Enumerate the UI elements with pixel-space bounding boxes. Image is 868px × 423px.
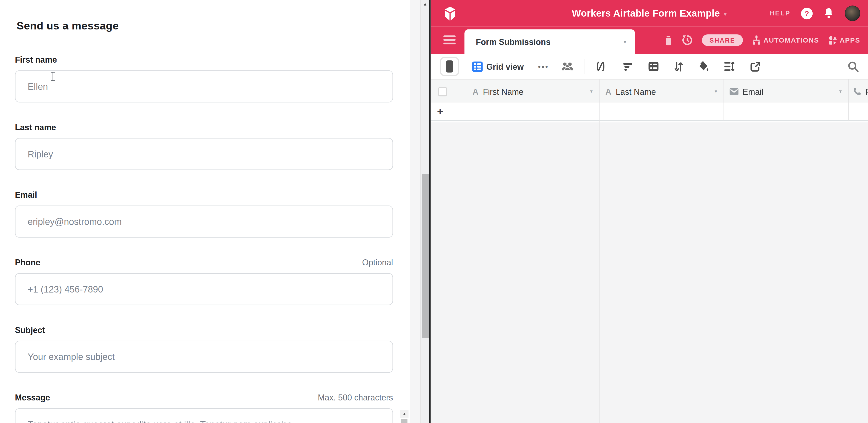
share-view-icon[interactable] xyxy=(750,61,761,72)
topbar-actions: HELP ? xyxy=(770,0,860,27)
column-header-first-name[interactable]: A First Name ▾ xyxy=(472,80,599,103)
subject-label: Subject xyxy=(15,325,45,335)
page-title: Send us a message xyxy=(17,19,119,32)
avatar[interactable] xyxy=(845,5,860,21)
trash-icon[interactable] xyxy=(664,35,673,45)
max-chars-note: Max. 500 characters xyxy=(318,393,393,402)
collaborators-icon[interactable] xyxy=(561,61,574,71)
hide-fields-icon[interactable] xyxy=(595,61,606,72)
column-divider xyxy=(723,79,724,121)
email-field-icon xyxy=(729,88,738,95)
textarea-scroll-thumb[interactable] xyxy=(401,419,407,423)
textarea-scrollbar[interactable]: ▲ xyxy=(400,410,408,422)
subject-field-group: Subject xyxy=(15,325,393,373)
share-button[interactable]: SHARE xyxy=(702,34,743,46)
apps-button[interactable]: APPS xyxy=(829,36,860,44)
sort-icon[interactable] xyxy=(674,61,683,72)
last-name-input[interactable] xyxy=(15,138,393,170)
search-icon[interactable] xyxy=(847,61,859,72)
message-textarea[interactable] xyxy=(15,408,393,423)
grid-view-button[interactable]: Grid view xyxy=(472,61,524,72)
optional-note: Optional xyxy=(362,258,393,267)
grid-view-icon xyxy=(472,61,483,72)
grid-empty-area xyxy=(430,122,868,423)
column-header-last-name[interactable]: A Last Name ▾ xyxy=(599,80,723,103)
text-field-icon: A xyxy=(472,87,478,96)
table-tabbar: Form Submissions ▾ SHARE xyxy=(430,27,868,54)
first-name-input[interactable] xyxy=(15,70,393,103)
email-field-group: Email xyxy=(15,190,393,238)
view-toolbar: Grid view ••• xyxy=(430,54,868,79)
plus-icon[interactable]: + xyxy=(437,106,443,118)
window-gutter: ▲ xyxy=(410,0,429,423)
filter-icon[interactable] xyxy=(623,62,632,71)
grid-header-row: A First Name ▾ A Last Name ▾ Email ▾ xyxy=(430,79,868,102)
history-icon[interactable] xyxy=(682,35,692,46)
help-button[interactable]: HELP xyxy=(770,9,790,17)
email-label: Email xyxy=(15,190,37,200)
phone-field-group: Phone Optional xyxy=(15,258,393,305)
phone-label: Phone xyxy=(15,258,40,267)
column-header-phone[interactable]: P xyxy=(848,80,868,103)
scroll-up-icon[interactable]: ▲ xyxy=(400,410,408,418)
last-name-label: Last name xyxy=(15,122,56,132)
first-name-label: First name xyxy=(15,55,57,64)
chevron-down-icon: ▾ xyxy=(724,10,726,17)
email-input[interactable] xyxy=(15,206,393,238)
message-field-group: Message Max. 500 characters xyxy=(15,393,393,423)
automations-icon xyxy=(752,35,761,45)
question-icon[interactable]: ? xyxy=(801,7,813,19)
subject-input[interactable] xyxy=(15,341,393,373)
airtable-topbar: Workers Airtable Form Example ▾ HELP ? xyxy=(430,0,868,27)
message-label: Message xyxy=(15,393,50,402)
toolbar-divider xyxy=(584,59,585,74)
contact-form-pane: Send us a message First name Last name E… xyxy=(0,0,410,423)
column-divider xyxy=(599,79,599,423)
airtable-pane: Workers Airtable Form Example ▾ HELP ? F… xyxy=(430,0,868,423)
menu-icon[interactable] xyxy=(443,35,455,44)
bell-icon[interactable] xyxy=(823,7,834,19)
color-icon[interactable] xyxy=(698,61,709,72)
view-sidebar-toggle[interactable] xyxy=(440,57,459,76)
chevron-down-icon[interactable]: ▾ xyxy=(715,89,717,94)
scroll-up-icon[interactable]: ▲ xyxy=(421,0,430,8)
group-icon[interactable] xyxy=(648,61,659,71)
page-scrollbar[interactable]: ▲ xyxy=(420,0,429,423)
automations-button[interactable]: AUTOMATIONS xyxy=(752,35,819,45)
add-row[interactable]: + xyxy=(430,102,868,121)
row-height-icon[interactable] xyxy=(724,61,734,71)
text-field-icon: A xyxy=(606,87,611,96)
more-icon[interactable]: ••• xyxy=(538,62,549,71)
column-divider xyxy=(848,79,848,121)
phone-input[interactable] xyxy=(15,273,393,305)
tab-form-submissions[interactable]: Form Submissions ▾ xyxy=(464,29,634,54)
chevron-down-icon[interactable]: ▾ xyxy=(839,89,842,94)
tabbar-actions: SHARE AUTOMATIONS xyxy=(664,27,860,54)
select-all-checkbox[interactable] xyxy=(438,87,447,96)
screen: Send us a message First name Last name E… xyxy=(0,0,868,423)
chevron-down-icon[interactable]: ▾ xyxy=(590,89,593,94)
apps-icon xyxy=(829,36,837,44)
page-scroll-thumb[interactable] xyxy=(422,174,429,338)
phone-field-icon xyxy=(853,87,861,95)
last-name-field-group: Last name xyxy=(15,122,393,170)
first-name-field-group: First name xyxy=(15,55,393,102)
column-header-email[interactable]: Email ▾ xyxy=(723,80,848,103)
chevron-down-icon: ▾ xyxy=(623,38,626,44)
